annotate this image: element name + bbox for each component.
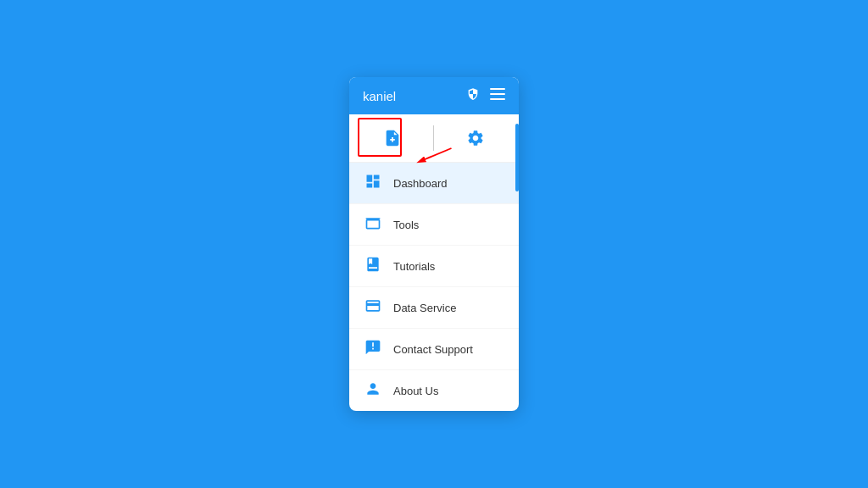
nav-item-tools[interactable]: Tools <box>349 204 519 246</box>
nav-label-about-us: About Us <box>393 385 438 397</box>
tools-icon <box>364 214 381 235</box>
app-title: kaniel <box>363 89 396 103</box>
menu-icon[interactable] <box>490 88 505 103</box>
svg-rect-1 <box>490 93 505 95</box>
nav-list: Dashboard Tools Tutorials <box>349 163 519 411</box>
nav-label-tutorials: Tutorials <box>393 260 435 273</box>
svg-rect-2 <box>490 98 505 100</box>
scrollbar[interactable] <box>515 124 519 191</box>
nav-label-tools: Tools <box>393 219 419 231</box>
new-document-button[interactable] <box>374 123 411 153</box>
nav-item-dashboard[interactable]: Dashboard <box>349 163 519 204</box>
icon-toolbar <box>349 114 519 163</box>
data-service-icon <box>364 297 381 318</box>
header: kaniel <box>349 77 519 114</box>
about-us-icon <box>364 380 381 401</box>
nav-item-tutorials[interactable]: Tutorials <box>349 246 519 287</box>
contact-support-icon <box>364 339 381 359</box>
header-icons <box>466 87 505 104</box>
nav-item-contact-support[interactable]: Contact Support <box>349 329 519 370</box>
settings-button[interactable] <box>457 123 494 153</box>
phone-container: kaniel <box>349 77 519 411</box>
svg-line-4 <box>421 148 452 161</box>
toolbar-divider <box>433 125 434 151</box>
tutorials-icon <box>364 256 381 276</box>
nav-label-dashboard: Dashboard <box>393 177 448 190</box>
nav-label-data-service: Data Service <box>393 302 456 314</box>
nav-label-contact-support: Contact Support <box>393 343 473 356</box>
nav-item-data-service[interactable]: Data Service <box>349 287 519 329</box>
dashboard-icon <box>364 173 381 193</box>
shield-icon[interactable] <box>466 87 480 104</box>
svg-rect-0 <box>490 88 505 90</box>
nav-item-about-us[interactable]: About Us <box>349 370 519 411</box>
